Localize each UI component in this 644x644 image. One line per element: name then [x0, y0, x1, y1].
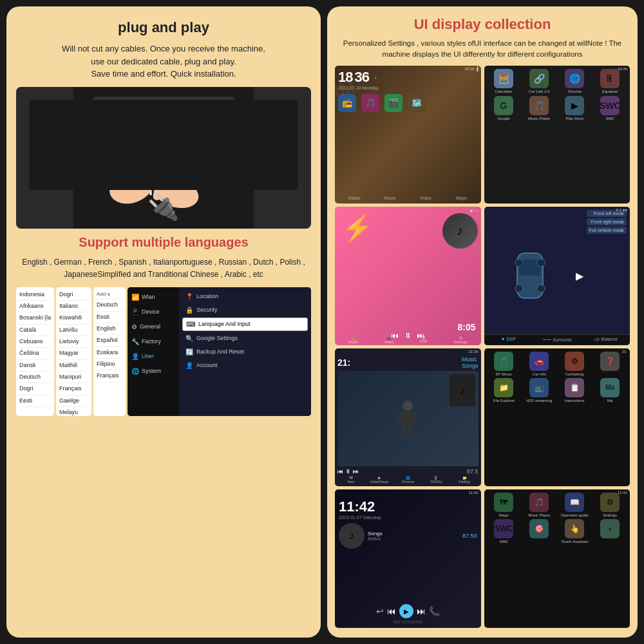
settings-security[interactable]: 🔒 Security — [182, 304, 308, 316]
svg-point-4 — [173, 108, 186, 120]
video-app[interactable]: 🎬 — [384, 94, 402, 112]
carinfo-app[interactable]: 🚗 Car Info — [522, 352, 556, 376]
status-bar-8: 11:42 — [618, 491, 627, 495]
fileexplorer-app[interactable]: 📁 File Explorer — [488, 378, 521, 402]
lang-item: Magyar — [58, 348, 90, 359]
front-right-mode-btn[interactable]: Front right mode — [587, 218, 627, 225]
settings-google[interactable]: 🔍 Google Settings — [182, 332, 308, 345]
nav-music-label: MusicSongs — [462, 356, 478, 369]
app-labels-row: Radio Music Video Maps — [338, 196, 478, 200]
settings-icon-cell3[interactable]: ⚙Settings — [454, 336, 468, 344]
settings-backup[interactable]: 🔄 Backup And Reset — [182, 346, 308, 358]
back-btn[interactable]: ↩ — [376, 606, 384, 616]
nav-play[interactable]: ⏸ — [345, 468, 351, 475]
lang-item: Deutsch — [95, 299, 124, 311]
lang-item: Euskara — [95, 347, 124, 359]
settings-device[interactable]: 📱 Device — [128, 305, 179, 319]
car-install-sim-graphic — [16, 87, 311, 229]
surround-tab[interactable]: 〜〜 Surround — [533, 335, 582, 345]
settings-language-input[interactable]: ⌨ Lanquage And Input — [182, 317, 308, 331]
ui-cell-car-dsp: 8.1 ●● ▶ — [484, 207, 630, 345]
music-app[interactable]: 🎵 — [361, 94, 379, 112]
phone-icon[interactable]: 📞 — [429, 606, 440, 616]
play-pause-btn[interactable]: ▶ — [399, 604, 413, 618]
touch-assist-app[interactable]: 👆 Touch Assistant — [558, 519, 591, 544]
settings-general[interactable]: ⚙ General — [128, 320, 179, 334]
settings-account[interactable]: 👤 Account — [182, 359, 308, 372]
carsetting-app[interactable]: ⚙ CarSetting — [558, 352, 591, 376]
dsp-icon-cell3[interactable]: 🎛DSP — [420, 336, 428, 344]
user-label: User — [142, 353, 154, 359]
car-top-view — [488, 210, 573, 342]
extra-app[interactable]: + — [593, 519, 627, 544]
svg-rect-7 — [109, 135, 173, 155]
playstore-app[interactable]: ▶ Play Store — [558, 96, 591, 120]
chrome-app-btn[interactable]: 🌐Chrome — [394, 476, 421, 484]
maps-app2[interactable]: 🗺 Maps — [488, 493, 521, 517]
radio-icon-cell3[interactable]: 📻Radio — [348, 336, 358, 344]
dsp-tab[interactable]: ▼ DSP — [484, 335, 533, 345]
operation-guide-app[interactable]: 📖 Operation guide — [558, 493, 591, 517]
app-label: Maps — [499, 513, 509, 517]
equalizer-app[interactable]: 🎚 Equalizer — [594, 69, 627, 93]
app-label: CarSetting — [565, 372, 583, 376]
chrome-app[interactable]: 🌐 Chrome — [558, 69, 591, 93]
security-icon: 🔒 — [185, 307, 193, 314]
lang-list-col-3: Add a Deutsch Eesti English Español Eusk… — [93, 287, 126, 416]
svg-rect-27 — [161, 164, 166, 174]
nav-next[interactable]: ⏭ — [353, 468, 359, 475]
settings-factory[interactable]: 🔧 Factory — [128, 335, 179, 348]
lang-item: Čeština — [18, 348, 52, 359]
dsp-eq-btn[interactable]: 🎛DSPEq — [422, 476, 450, 484]
car-dsp-content: ▶ Front left mode Front right mode Full … — [488, 210, 627, 342]
lang-item: Italiano — [58, 301, 90, 312]
navi-app-btn[interactable]: 🗺Navi — [337, 476, 365, 484]
maps-app[interactable]: 🗺️ — [408, 94, 426, 112]
musicplayer-app[interactable]: 🎵 Music Player — [523, 96, 556, 120]
swc-app[interactable]: SWC SWC — [594, 96, 627, 120]
settings-wlan[interactable]: 📶 Wlan — [128, 290, 179, 304]
ma-app[interactable]: Ma Ma — [593, 378, 627, 402]
settings-app2[interactable]: ⚙ Settings — [593, 493, 627, 517]
nav-prev[interactable]: ⏮ — [337, 468, 343, 475]
prev-track-btn[interactable]: ⏮ — [387, 606, 396, 616]
settings-menu: 📶 Wlan 📱 Device ⚙ General 🔧 Factory — [128, 287, 311, 416]
plug-title: plug and play — [16, 19, 311, 36]
svg-point-33 — [537, 259, 545, 267]
ui-cell-bluetooth: ▣ • ▪ ⚡ ♪ 8:05 ⏮ ⏸ ⏭ 📻Radio 🎬Video 🎛DSP — [335, 207, 481, 345]
svg-rect-24 — [138, 164, 143, 174]
system-icon: 🌐 — [131, 368, 139, 375]
balance-tab[interactable]: ◁▷ Balance — [582, 335, 630, 345]
google-app[interactable]: G Google — [488, 96, 520, 120]
app-label: Music Player — [528, 513, 550, 517]
filemgr-btn[interactable]: 📁FileMgr — [451, 476, 478, 484]
video-icon-cell3[interactable]: 🎬Video — [384, 336, 393, 344]
steering-app[interactable]: 🎯 — [522, 519, 556, 544]
system-label: System — [142, 368, 161, 374]
carlink-app[interactable]: 🔗 Car Link 2.0 — [523, 69, 556, 93]
settings-location[interactable]: 📍 Location — [182, 290, 308, 303]
radio-app[interactable]: 📻 — [338, 94, 356, 112]
musicplayer-app2[interactable]: 🎵 Music Player — [522, 493, 556, 517]
status-bar-3: ▣ • ▪ — [469, 208, 478, 213]
svg-rect-23 — [135, 161, 193, 180]
svg-line-8 — [125, 164, 138, 190]
videoplayer-app-btn[interactable]: ▶VideoPlayer — [366, 476, 393, 484]
swc-app2[interactable]: SWC SWC — [488, 519, 521, 544]
settings-user[interactable]: 👤 User — [128, 350, 179, 363]
hd2-app[interactable]: 📺 HD2 streaming — [522, 378, 556, 402]
app-label: Operation guide — [561, 513, 589, 517]
playback-controls: ↩ ⏮ ▶ ⏭ 📞 — [339, 604, 477, 618]
ui-display-grid: 18:36▐ 18 36 ♪ 2022-07-18 Monday 📻 🎵 🎬 🗺… — [335, 66, 630, 629]
btmusic-app[interactable]: 🎵 BT Music — [488, 352, 521, 376]
fm-freq: 87.50 — [462, 533, 477, 539]
play-arrow: ▶ — [576, 210, 583, 342]
full-vehicle-mode-btn[interactable]: Full vehicle mode — [587, 227, 627, 234]
calculator-app[interactable]: 🧮 Calculator — [488, 69, 520, 93]
app-label: Calculator — [495, 90, 513, 93]
unknown-app1[interactable]: ❓ — [593, 352, 627, 376]
settings-system[interactable]: 🌐 System — [128, 365, 179, 378]
instructions-app[interactable]: 📋 Instructions — [558, 378, 591, 402]
next-track-btn[interactable]: ⏭ — [417, 606, 426, 616]
app-label: Instructions — [565, 399, 585, 402]
